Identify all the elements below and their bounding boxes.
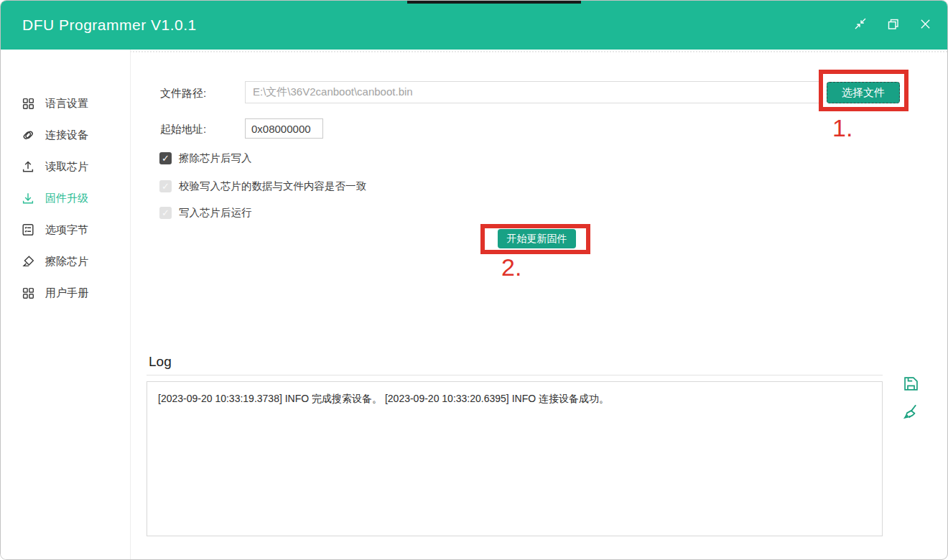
log-heading: Log xyxy=(149,354,172,370)
select-file-button[interactable]: 选择文件 xyxy=(827,82,900,103)
app-window: DFU Programmer V1.0.1 xyxy=(0,0,948,560)
checkbox-erase-before-write[interactable] xyxy=(159,152,172,164)
annotation-number-step1: 1. xyxy=(832,114,852,142)
log-output[interactable]: [2023-09-20 10:33:19.3738] INFO 完成搜索设备。 … xyxy=(147,381,883,536)
log-toolbar xyxy=(900,374,921,424)
checkbox-run-after-write xyxy=(159,207,172,219)
annotation-number-step2: 2. xyxy=(501,253,521,281)
checkbox-label: 写入芯片后运行 xyxy=(179,206,252,220)
background-window-artifact xyxy=(407,1,581,4)
close-x-icon xyxy=(919,18,931,33)
close-button[interactable] xyxy=(913,13,937,37)
checkbox-row-verify-data: 校验写入芯片的数据与文件内容是否一致 xyxy=(159,179,366,193)
broom-icon xyxy=(901,402,921,426)
sidebar-item-label: 连接设备 xyxy=(45,129,88,142)
overlapping-squares-icon xyxy=(886,17,900,34)
sidebar-item-connect-device[interactable]: 连接设备 xyxy=(1,119,130,151)
start-address-label: 起始地址: xyxy=(160,123,206,136)
minimize-button[interactable] xyxy=(848,13,873,37)
sidebar-item-label: 选项字节 xyxy=(45,223,88,237)
grid-icon xyxy=(20,95,36,111)
grid-icon xyxy=(20,285,36,301)
maximize-button[interactable] xyxy=(880,13,905,37)
sidebar-item-language-settings[interactable]: 语言设置 xyxy=(1,88,130,119)
window-title: DFU Programmer V1.0.1 xyxy=(22,17,197,34)
save-floppy-icon xyxy=(901,374,921,396)
link-icon xyxy=(20,127,36,143)
sidebar-item-user-manual[interactable]: 用户手册 xyxy=(1,277,130,309)
checkbox-label: 擦除芯片后写入 xyxy=(179,151,252,165)
sidebar-item-label: 读取芯片 xyxy=(45,160,88,174)
sidebar-item-label: 擦除芯片 xyxy=(45,255,88,269)
log-divider xyxy=(147,375,883,375)
upload-icon xyxy=(20,159,36,174)
checkbox-label: 校验写入芯片的数据与文件内容是否一致 xyxy=(179,179,366,193)
titlebar: DFU Programmer V1.0.1 xyxy=(1,1,947,50)
save-log-button[interactable] xyxy=(900,374,921,396)
sidebar-item-label: 固件升级 xyxy=(45,192,88,205)
start-update-firmware-button[interactable]: 开始更新固件 xyxy=(498,229,576,248)
clear-log-button[interactable] xyxy=(900,403,921,424)
file-path-label: 文件路径: xyxy=(160,87,206,101)
start-address-input[interactable] xyxy=(245,118,323,139)
window-controls xyxy=(848,1,937,50)
sidebar-item-firmware-upgrade[interactable]: 固件升级 xyxy=(1,182,130,214)
main-panel: 文件路径: 选择文件 起始地址: 擦除芯片后写入 校验写入芯片的数据与文件内容是… xyxy=(131,50,947,559)
file-path-input[interactable] xyxy=(245,81,820,103)
sidebar-item-erase-chip[interactable]: 擦除芯片 xyxy=(1,246,130,277)
checkbox-row-run-after-write: 写入芯片后运行 xyxy=(159,206,252,220)
eraser-icon xyxy=(20,253,36,269)
checklist-icon xyxy=(20,222,36,238)
sidebar-item-read-chip[interactable]: 读取芯片 xyxy=(1,151,130,182)
sidebar-item-option-bytes[interactable]: 选项字节 xyxy=(1,214,130,246)
checkbox-row-erase-before-write: 擦除芯片后写入 xyxy=(159,151,252,165)
download-icon xyxy=(20,190,36,206)
sidebar-item-label: 语言设置 xyxy=(45,97,88,111)
checkbox-verify-data xyxy=(159,180,172,192)
sidebar: 语言设置 连接设备 读取芯片 xyxy=(1,50,131,559)
collapse-arrows-icon xyxy=(854,17,867,33)
sidebar-item-label: 用户手册 xyxy=(45,286,88,300)
